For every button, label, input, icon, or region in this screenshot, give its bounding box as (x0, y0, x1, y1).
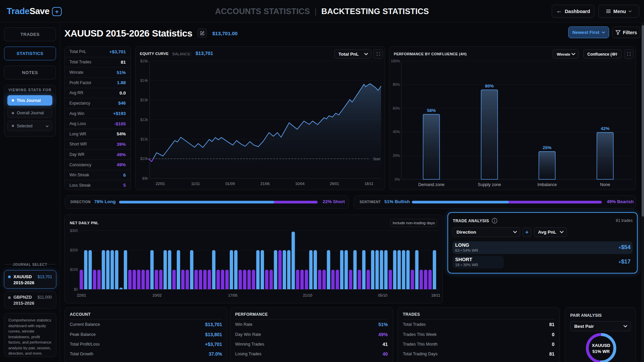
svg-text:42%: 42% (601, 126, 609, 131)
svg-text:$300: $300 (70, 229, 78, 233)
svg-text:0%: 0% (395, 177, 400, 181)
svg-text:$12k: $12k (140, 118, 148, 122)
svg-text:100%: 100% (391, 59, 400, 63)
svg-text:01/09: 01/09 (225, 182, 235, 186)
svg-text:10/02: 10/02 (152, 293, 162, 297)
svg-text:40%: 40% (393, 130, 400, 134)
svg-text:$15k: $15k (140, 59, 148, 63)
svg-text:18/11: 18/11 (365, 182, 374, 186)
svg-text:20%: 20% (393, 154, 400, 158)
svg-text:80%: 80% (393, 82, 400, 86)
svg-text:80%: 80% (485, 83, 494, 88)
svg-text:$200: $200 (70, 248, 78, 252)
svg-text:60%: 60% (393, 106, 400, 110)
svg-text:XAUUSD: XAUUSD (592, 343, 610, 348)
svg-text:51% WR: 51% WR (592, 349, 610, 354)
svg-text:05/10: 05/10 (378, 293, 387, 297)
svg-text:$0: $0 (74, 287, 78, 291)
svg-text:Supply zone: Supply zone (478, 182, 501, 187)
svg-text:21/10: 21/10 (303, 293, 312, 297)
svg-text:58%: 58% (427, 108, 436, 113)
svg-text:$11k: $11k (141, 137, 148, 141)
svg-text:18/11: 18/11 (431, 293, 440, 297)
svg-text:Demand zone: Demand zone (418, 182, 444, 187)
svg-text:21/06: 21/06 (260, 182, 270, 186)
svg-text:29/01: 29/01 (330, 182, 339, 186)
svg-text:25%: 25% (543, 145, 551, 150)
svg-text:$10k: $10k (140, 157, 148, 161)
svg-text:Start: Start (373, 157, 380, 161)
svg-text:$14k: $14k (140, 78, 148, 82)
svg-text:22/01: 22/01 (77, 293, 86, 297)
svg-text:$100: $100 (70, 267, 78, 272)
svg-text:11/11: 11/11 (191, 182, 200, 186)
svg-text:17/05: 17/05 (228, 293, 237, 297)
svg-text:Imbalance: Imbalance (537, 182, 557, 187)
svg-text:None: None (600, 182, 610, 187)
svg-text:$9k: $9k (142, 176, 148, 180)
svg-text:22/01: 22/01 (156, 182, 165, 186)
svg-text:10/04: 10/04 (295, 182, 305, 186)
svg-text:$13k: $13k (140, 98, 148, 102)
